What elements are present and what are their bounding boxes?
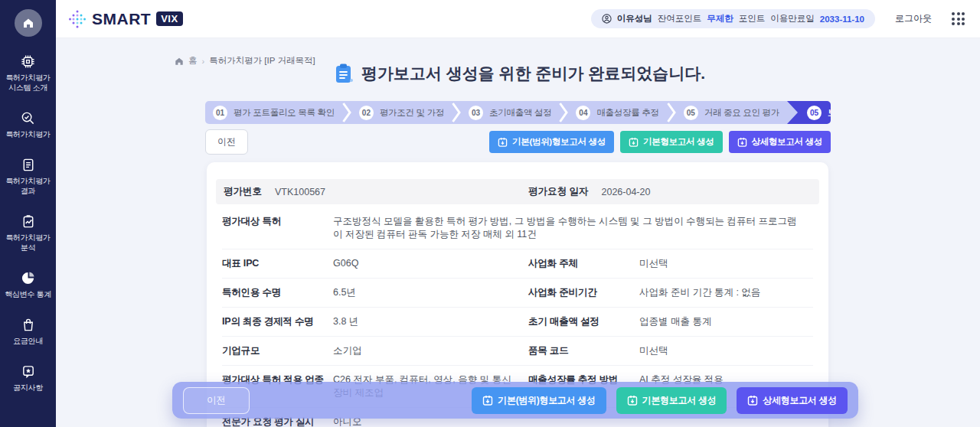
logo[interactable]: SMART VIX [68,9,183,29]
pie-stats-icon [21,270,36,285]
field-label: 사업화 주체 [528,257,639,270]
basic-report-button[interactable]: 기본형보고서 생성 [620,131,723,153]
step-label: 보고서 생성 [828,107,831,119]
field-value: 3.8 년 [333,315,528,328]
apps-grid-icon[interactable] [952,12,965,25]
points-label: 잔여포인트 [658,13,702,24]
step-3[interactable]: 03 초기매출액 설정 [461,101,559,124]
field-label: 대표 IPC [222,257,333,270]
table-row: 기업규모 소기업 품목 코드 미선택 [222,337,813,366]
step-label: 매출성장률 추정 [596,107,658,119]
pricing-bag-icon [21,317,36,332]
user-pill: 이유성님 잔여포인트 무제한 포인트 이용만료일 2033-11-10 [591,9,875,28]
detailed-report-button-floating[interactable]: 상세형보고서 생성 [737,387,848,414]
actions-row: 이전 기본(범위)형보고서 생성 기본형보고서 생성 상세형보고서 생성 [205,129,831,155]
field-value: 2026-04-20 [601,187,650,197]
expiry-date: 2033-11-10 [820,15,864,24]
sidebar-item-result[interactable]: 특허가치평가 결과 [0,157,56,196]
report-icon [747,395,758,406]
step-number: 05 [807,106,822,120]
step-6-report-active[interactable]: 05 보고서 생성 [787,101,831,124]
field-label: IP의 최종 경제적 수명 [222,315,333,328]
points-suffix: 포인트 [739,13,766,24]
points-value: 무제한 [707,13,733,24]
button-label: 기본(범위)형보고서 생성 [498,394,595,407]
field-value: 업종별 매출 통계 [639,315,813,328]
expiry-label: 이용만료일 [770,13,815,24]
cpu-icon [21,54,36,69]
basic-range-report-button[interactable]: 기본(범위)형보고서 생성 [489,131,614,153]
field-label: 사업화 준비기간 [528,286,639,299]
sidebar-nav: 특허가치평가 시스템 소개 특허가치평가 특허가치평가 결과 특허가치평가 분석 [0,54,56,393]
floating-action-bar: 이전 기본(범위)형보고서 생성 기본형보고서 생성 상세형보고서 생성 [172,382,858,419]
field-label: 평가요청 일자 [528,185,588,198]
field-value: 미선택 [639,257,813,270]
field-value: VTK100567 [275,187,325,197]
step-number: 02 [359,106,374,120]
top-header: SMART VIX 이유성님 잔여포인트 무제한 포인트 이용만료일 2033-… [56,0,980,38]
sidebar-item-label: 특허가치평가 결과 [5,176,50,196]
report-icon [482,395,493,406]
sidebar-item-label: 공지사항 [13,383,43,393]
field-value: 사업화 준비 기간 통계 : 없음 [639,286,813,299]
logo-badge: VIX [156,11,182,26]
page-title-text: 평가보고서 생성을 위한 준비가 완료되었습니다. [361,63,705,84]
user-name: 이유성님 [617,13,652,24]
step-number: 03 [469,106,483,120]
step-label: 초기매출액 설정 [489,107,551,119]
header-right: 이유성님 잔여포인트 무제한 포인트 이용만료일 2033-11-10 로그아웃 [591,9,965,28]
sidebar-item-label: 요금안내 [13,336,43,346]
field-label: 특허인용 수명 [222,286,333,299]
step-5[interactable]: 05 거래 중요 요인 평가 [676,101,787,124]
sidebar-item-notice[interactable]: 공지사항 [0,363,56,393]
table-row: 대표 IPC G06Q 사업화 주체 미선택 [222,249,813,279]
step-4[interactable]: 04 매출성장률 추정 [568,101,666,124]
basic-range-report-button-floating[interactable]: 기본(범위)형보고서 생성 [472,387,606,414]
sidebar-item-system-intro[interactable]: 특허가치평가 시스템 소개 [0,54,56,93]
step-2[interactable]: 02 평가조건 및 가정 [351,101,452,124]
previous-button-floating[interactable]: 이전 [183,387,250,414]
field-label: 평가번호 [224,185,262,198]
sidebar-item-valuation[interactable]: 특허가치평가 [0,110,56,139]
button-label: 기본형보고서 생성 [642,394,717,407]
step-number: 04 [576,106,590,120]
table-row: 특허인용 수명 6.5년 사업화 준비기간 사업화 준비 기간 통계 : 없음 [222,279,813,308]
step-number: 05 [684,106,698,120]
basic-report-button-floating[interactable]: 기본형보고서 생성 [616,387,727,414]
home-icon [22,17,34,29]
logout-button[interactable]: 로그아웃 [895,12,932,25]
page-title: 평가보고서 생성을 위한 준비가 완료되었습니다. [207,63,832,84]
field-value: G06Q [333,257,528,270]
sidebar-item-pricing[interactable]: 요금안내 [0,317,56,346]
step-label: 평가조건 및 가정 [380,107,444,119]
field-label: 평가대상 특허 [222,215,333,228]
field-value: 6.5년 [333,286,528,299]
logo-text: SMART [92,10,151,28]
sidebar-item-analysis[interactable]: 특허가치평가 분석 [0,214,56,253]
report-clipboard-icon [334,63,354,84]
notice-icon [21,363,36,379]
button-label: 기본형보고서 생성 [643,136,714,148]
table-row: 평가대상 특허 구조방정식 모델을 활용한 특허 평가 방법, 그 방법을 수행… [222,207,813,249]
previous-button[interactable]: 이전 [205,129,248,155]
breadcrumb-home[interactable]: 홈 [188,55,198,67]
field-value: 소기업 [333,344,528,357]
sidebar-item-key-stats[interactable]: 핵심변수 통계 [0,270,56,299]
step-1[interactable]: 01 평가 포트폴리오 목록 확인 [205,101,342,124]
report-icon [627,395,638,406]
step-label: 거래 중요 요인 평가 [704,107,779,119]
sidebar-item-label: 핵심변수 통계 [5,289,51,299]
step-number: 01 [213,106,227,120]
valuation-icon [21,110,36,125]
breadcrumb-chevron-icon: › [202,57,205,66]
app-root: 특허가치평가 시스템 소개 특허가치평가 특허가치평가 결과 특허가치평가 분석 [0,0,980,427]
field-label: 기업규모 [222,344,333,357]
report-icon [629,137,639,147]
analysis-icon [21,214,36,229]
home-button[interactable] [15,9,42,37]
field-label: 품목 코드 [528,344,639,357]
detailed-report-button[interactable]: 상세형보고서 생성 [729,131,831,153]
sidebar-item-label: 특허가치평가 [5,129,50,139]
field-value: 구조방정식 모델을 활용한 특허 평가 방법, 그 방법을 수행하는 시스템 및… [333,215,813,241]
report-icon [498,137,508,147]
